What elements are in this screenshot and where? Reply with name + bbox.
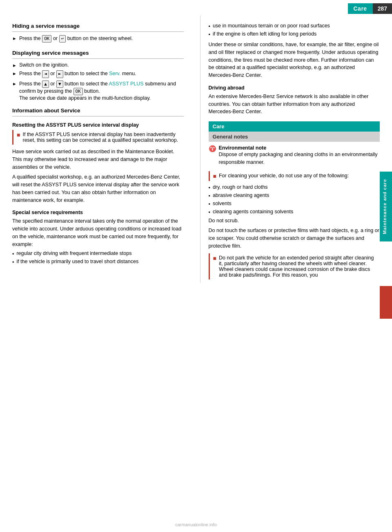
general-notes-header: General notes — [209, 132, 380, 142]
bullet-icon-r1: • — [209, 24, 210, 29]
right-bullet-2: • if the engine is often left idling for… — [209, 31, 380, 38]
divider-info — [12, 116, 184, 116]
resetting-title: Resetting the ASSYST PLUS service interv… — [12, 122, 184, 128]
page-header: Care 287 — [0, 0, 392, 16]
under-these-text: Under these or similar conditions, have,… — [209, 41, 380, 79]
resetting-warning-text: If the ASSYST PLUS service interval disp… — [22, 132, 180, 143]
driving-abroad-title: Driving abroad — [209, 85, 380, 91]
cleaning-bullet-1: • dry, rough or hard cloths — [209, 184, 380, 191]
side-tab-red-accent — [380, 286, 392, 319]
arrow-icon-2: ► — [12, 63, 17, 68]
right-bullet-2-text: if the engine is often left idling for l… — [213, 31, 316, 37]
env-note-body: Dispose of empty packaging and cleaning … — [219, 151, 380, 166]
up-button-box: ▲ — [42, 80, 49, 88]
header-right: Care 287 — [348, 3, 392, 14]
ok-button-box-2: OK — [74, 88, 83, 95]
warning-icon-2: ■ — [213, 173, 216, 179]
special-bullet-2: • if the vehicle is primarily used to tr… — [12, 259, 184, 265]
special-bullet-1-text: regular city driving with frequent inter… — [16, 250, 131, 256]
special-service-title: Special service requirements — [12, 210, 184, 215]
displaying-step3: ► Press the ▲ or ▼ button to select the … — [12, 80, 184, 101]
displaying-step2: ► Press the ◄ or ► button to select the … — [12, 70, 184, 78]
displaying-step2-text: Press the ◄ or ► button to select the Se… — [19, 70, 136, 78]
right-column: • use in mountainous terrain or on poor … — [200, 16, 380, 283]
header-care-label: Care — [348, 3, 373, 14]
displaying-service-messages-title: Displaying service messages — [12, 50, 184, 56]
do-not-scrub: Do not scrub. — [209, 217, 380, 225]
arrow-icon: ► — [12, 36, 17, 41]
special-bullet-1: • regular city driving with frequent int… — [12, 250, 184, 257]
main-content: Hiding a service message ► Press the OK … — [0, 16, 392, 283]
special-service-body: The specified maintenance interval takes… — [12, 217, 184, 248]
driving-abroad-body: An extensive Mercedes-Benz Service netwo… — [209, 93, 380, 116]
parking-warning: ■ Do not park the vehicle for an extende… — [209, 253, 380, 279]
hiding-service-message-title: Hiding a service message — [12, 23, 184, 29]
arrow-icon-3: ► — [12, 71, 17, 76]
resetting-qualified: A qualified specialist workshop, e.g. an… — [12, 173, 184, 204]
right-bullet-1-text: use in mountainous terrain or on poor ro… — [213, 23, 330, 29]
side-tab-maintenance: Maintenance and care — [380, 172, 392, 241]
bullet-icon-1: • — [12, 251, 14, 257]
env-note-content: Environmental note Dispose of empty pack… — [219, 145, 380, 169]
bullet-icon-c1: • — [209, 185, 210, 191]
divider-displaying — [12, 58, 184, 59]
footer-watermark: carmanualonline.info — [175, 522, 217, 527]
hiding-step1: ► Press the OK or ↩ button on the steeri… — [12, 35, 184, 42]
displaying-step1-text: Switch on the ignition. — [19, 62, 69, 68]
care-section-header: Care — [209, 121, 380, 132]
env-icon: ♈ — [209, 145, 216, 152]
info-service-title: Information about Service — [12, 107, 184, 114]
cleaning-warning-text: For cleaning your vehicle, do not use an… — [219, 173, 349, 179]
warning-icon-3: ■ — [213, 255, 216, 262]
bullet-icon-c4: • — [209, 210, 210, 215]
displaying-step1: ► Switch on the ignition. — [12, 62, 184, 68]
resetting-warning: ■ If the ASSYST PLUS service interval di… — [12, 130, 184, 145]
left-column: Hiding a service message ► Press the OK … — [12, 16, 188, 283]
bullet-icon-c2: • — [209, 193, 210, 199]
env-note-label: Environmental note — [219, 145, 380, 151]
left-button-box: ◄ — [42, 70, 49, 78]
warning-icon: ■ — [17, 132, 20, 138]
cleaning-bullet-2: • abrasive cleaning agents — [209, 192, 380, 199]
assyst-plus-link: ASSYST PLUS — [109, 81, 143, 87]
right-button-box: ► — [56, 70, 63, 78]
parking-warning-text: Do not park the vehicle for an extended … — [219, 255, 376, 278]
cleaning-bullet-3: • solvents — [209, 201, 380, 207]
down-button-box: ▼ — [56, 80, 63, 88]
return-button-box: ↩ — [59, 35, 66, 42]
special-bullet-2-text: if the vehicle is primarily used to trav… — [16, 259, 138, 264]
do-not-touch: Do not touch the surfaces or protective … — [209, 227, 380, 250]
arrow-icon-4: ► — [12, 81, 17, 86]
ok-button-box: OK — [42, 35, 51, 42]
page-number: 287 — [373, 3, 392, 14]
divider-hiding — [12, 31, 184, 32]
right-bullet-1: • use in mountainous terrain or on poor … — [209, 23, 380, 29]
hiding-step1-text: Press the OK or ↩ button on the steering… — [19, 35, 133, 42]
cleaning-bullet-4: • cleaning agents containing solvents — [209, 209, 380, 215]
env-note: ♈ Environmental note Dispose of empty pa… — [209, 145, 380, 169]
bullet-icon-r2: • — [209, 32, 210, 38]
cleaning-warning: ■ For cleaning your vehicle, do not use … — [209, 171, 380, 181]
bullet-icon-c3: • — [209, 201, 210, 207]
displaying-step3-text: Press the ▲ or ▼ button to select the AS… — [19, 80, 184, 101]
serv-link: Serv. — [109, 71, 120, 77]
resetting-body: Have service work carried out as describ… — [12, 148, 184, 171]
bullet-icon-2: • — [12, 259, 14, 265]
